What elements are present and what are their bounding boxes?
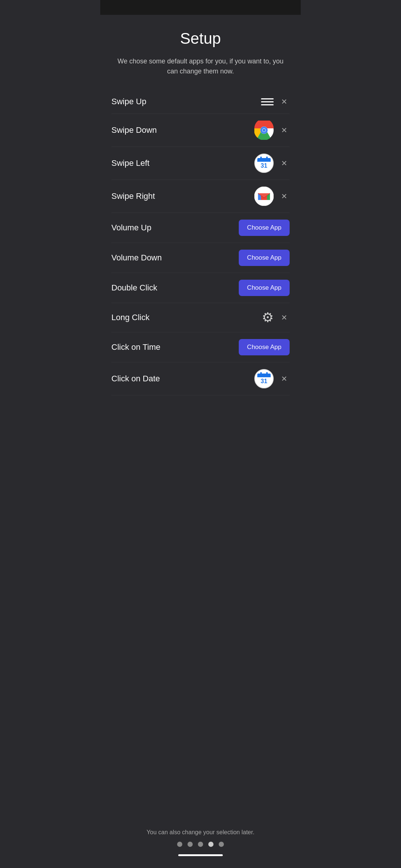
gesture-label-click-on-date: Click on Date: [111, 374, 160, 384]
close-button-swipe-down[interactable]: ✕: [279, 125, 290, 135]
footer-note: You can also change your selection later…: [111, 829, 290, 836]
close-button-long-click[interactable]: ✕: [279, 312, 290, 323]
gesture-label-swipe-right: Swipe Right: [111, 191, 155, 201]
svg-point-4: [263, 129, 265, 132]
gesture-label-volume-down: Volume Down: [111, 253, 162, 263]
gesture-row-swipe-right: Swipe Right ✕: [111, 180, 290, 213]
hamburger-icon[interactable]: [261, 98, 274, 105]
gesture-row-long-click: Long Click⚙✕: [111, 303, 290, 332]
svg-rect-14: [257, 376, 271, 377]
home-indicator: [178, 854, 223, 856]
svg-rect-9: [266, 157, 268, 160]
svg-rect-8: [260, 157, 262, 160]
main-content: Setup We chose some default apps for you…: [100, 15, 301, 868]
svg-rect-15: [260, 372, 262, 375]
gesture-action-click-on-date: 31 ✕: [254, 369, 290, 388]
gesture-row-volume-up: Volume UpChoose App: [111, 213, 290, 243]
page-subtitle: We chose some default apps for you, if y…: [111, 56, 290, 76]
gesture-list: Swipe Up✕Swipe Down ✕Swipe Left 31: [111, 90, 290, 820]
gesture-row-volume-down: Volume DownChoose App: [111, 243, 290, 273]
pagination-dot-0: [177, 842, 182, 847]
gesture-label-double-click: Double Click: [111, 283, 157, 293]
gesture-action-swipe-right: ✕: [254, 187, 290, 206]
choose-app-button-volume-up[interactable]: Choose App: [239, 220, 290, 236]
gesture-label-swipe-left: Swipe Left: [111, 158, 150, 168]
gesture-row-double-click: Double ClickChoose App: [111, 273, 290, 303]
gear-icon[interactable]: ⚙: [262, 310, 274, 325]
gesture-label-swipe-down: Swipe Down: [111, 125, 157, 135]
gesture-action-volume-down: Choose App: [239, 250, 290, 266]
pagination-dot-2: [198, 842, 203, 847]
pagination-dot-3: [208, 842, 213, 847]
close-button-swipe-left[interactable]: ✕: [279, 158, 290, 168]
svg-rect-16: [266, 372, 268, 375]
gesture-action-swipe-up: ✕: [261, 96, 290, 107]
svg-text:31: 31: [261, 378, 267, 384]
status-bar: [100, 0, 301, 15]
gesture-row-click-on-time: Click on TimeChoose App: [111, 332, 290, 362]
calendar-icon[interactable]: 31: [254, 369, 274, 388]
pagination-dot-1: [188, 842, 193, 847]
gesture-label-swipe-up: Swipe Up: [111, 97, 146, 106]
chrome-icon[interactable]: [254, 121, 274, 140]
svg-text:31: 31: [261, 162, 267, 169]
calendar-icon[interactable]: 31: [254, 154, 274, 173]
close-button-swipe-up[interactable]: ✕: [279, 96, 290, 107]
choose-app-button-volume-down[interactable]: Choose App: [239, 250, 290, 266]
close-button-swipe-right[interactable]: ✕: [279, 191, 290, 201]
gmail-icon[interactable]: [254, 187, 274, 206]
gesture-row-swipe-down: Swipe Down ✕: [111, 114, 290, 147]
page-title: Setup: [111, 30, 290, 47]
close-button-click-on-date[interactable]: ✕: [279, 374, 290, 384]
svg-rect-7: [257, 160, 271, 162]
gesture-row-swipe-up: Swipe Up✕: [111, 90, 290, 114]
gesture-action-swipe-left: 31 ✕: [254, 154, 290, 173]
gesture-action-long-click: ⚙✕: [262, 310, 290, 325]
choose-app-button-double-click[interactable]: Choose App: [239, 280, 290, 296]
gesture-action-volume-up: Choose App: [239, 220, 290, 236]
gesture-action-double-click: Choose App: [239, 280, 290, 296]
gesture-label-volume-up: Volume Up: [111, 223, 151, 233]
gesture-label-click-on-time: Click on Time: [111, 342, 160, 352]
gesture-label-long-click: Long Click: [111, 313, 150, 322]
choose-app-button-click-on-time[interactable]: Choose App: [239, 339, 290, 355]
gesture-row-click-on-date: Click on Date 31 ✕: [111, 362, 290, 395]
gesture-row-swipe-left: Swipe Left 31 ✕: [111, 147, 290, 180]
gesture-action-swipe-down: ✕: [254, 121, 290, 140]
gesture-action-click-on-time: Choose App: [239, 339, 290, 355]
pagination-dot-4: [219, 842, 224, 847]
pagination-dots: [111, 842, 290, 847]
